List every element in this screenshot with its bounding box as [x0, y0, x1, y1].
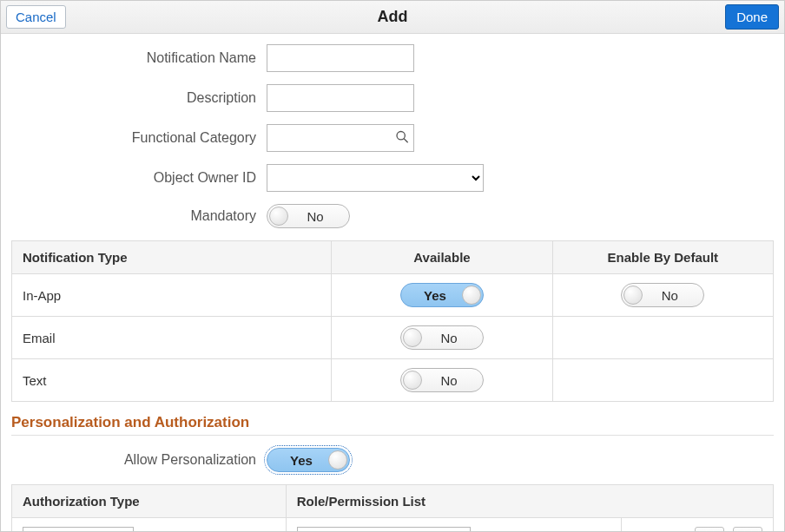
available-toggle-text[interactable]: No: [400, 368, 484, 392]
table-row: Text No: [12, 359, 774, 402]
mandatory-toggle-label: No: [293, 209, 323, 224]
table-row: In-App Yes No: [12, 274, 774, 317]
enable-toggle-inapp[interactable]: No: [621, 283, 704, 307]
object-owner-id-select[interactable]: [267, 164, 484, 192]
auth-type-select[interactable]: Role Name: [23, 527, 134, 531]
toggle-knob: [269, 207, 288, 226]
section-heading-personalization: Personalization and Authorization: [11, 414, 774, 436]
available-toggle-inapp[interactable]: Yes: [400, 283, 484, 307]
description-label: Description: [11, 90, 267, 106]
remove-row-button[interactable]: −: [733, 527, 762, 531]
toggle-knob: [403, 371, 422, 390]
authorization-table: Authorization Type Role/Permission List …: [11, 484, 774, 531]
col-available: Available: [332, 241, 552, 274]
toggle-knob: [623, 286, 643, 305]
role-permission-input[interactable]: [297, 527, 471, 531]
toggle-knob: [328, 450, 347, 470]
notification-type-table: Notification Type Available Enable By De…: [11, 240, 774, 402]
cell-type: Email: [12, 317, 332, 359]
toggle-label: No: [648, 288, 678, 303]
svg-line-1: [404, 139, 408, 143]
add-row-button[interactable]: +: [695, 527, 724, 531]
col-role: Role/Permission List: [286, 485, 773, 518]
minus-icon: −: [742, 531, 753, 532]
functional-category-label: Functional Category: [11, 130, 267, 146]
table-row: Role Name +: [12, 518, 774, 532]
search-icon[interactable]: [395, 130, 409, 147]
table-row: Email No: [12, 317, 774, 359]
notification-name-input[interactable]: [267, 44, 414, 72]
toggle-label: Yes: [424, 288, 460, 303]
object-owner-id-label: Object Owner ID: [11, 170, 267, 186]
col-enable: Enable By Default: [552, 241, 773, 274]
cell-type: In-App: [12, 274, 332, 317]
mandatory-toggle[interactable]: No: [267, 204, 350, 228]
cell-type: Text: [12, 359, 332, 402]
description-input[interactable]: [267, 84, 414, 112]
plus-icon: +: [704, 531, 715, 532]
svg-point-0: [397, 132, 405, 140]
toggle-label: No: [426, 331, 457, 345]
allow-personalization-toggle[interactable]: Yes: [267, 448, 350, 472]
allow-personalization-label: Allow Personalization: [11, 452, 267, 468]
toggle-knob: [462, 286, 481, 305]
mandatory-label: Mandatory: [11, 208, 267, 224]
available-toggle-email[interactable]: No: [400, 325, 484, 350]
toggle-label: Yes: [290, 453, 327, 468]
notification-name-label: Notification Name: [11, 50, 267, 66]
done-button[interactable]: Done: [725, 4, 779, 30]
col-type: Notification Type: [12, 241, 332, 274]
cancel-button[interactable]: Cancel: [6, 5, 66, 29]
toggle-knob: [403, 328, 422, 347]
toggle-label: No: [426, 373, 457, 388]
col-auth-type: Authorization Type: [12, 485, 287, 518]
page-title: Add: [1, 8, 784, 26]
functional-category-input[interactable]: [267, 124, 414, 152]
